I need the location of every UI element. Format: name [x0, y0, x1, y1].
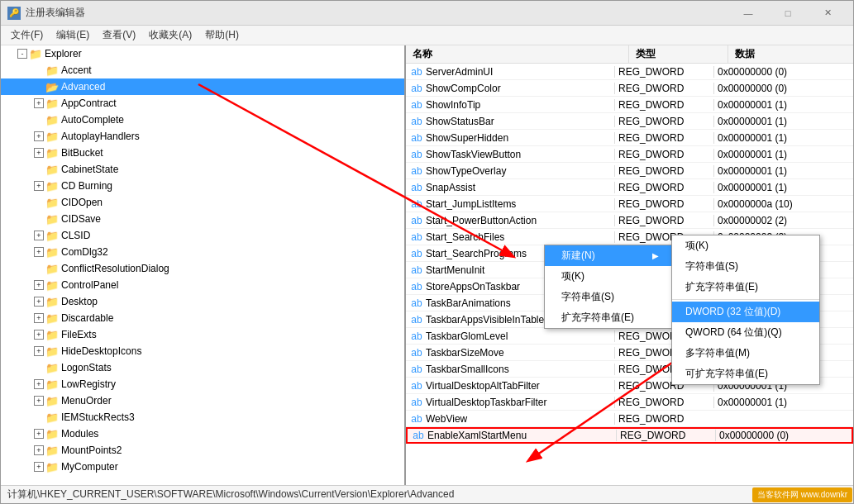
folder-icon-cidopen: 📁 [45, 197, 59, 209]
expand-icon-bitbucket[interactable]: + [34, 148, 44, 158]
tree-item-discardable[interactable]: + 📁 Discardable [1, 310, 404, 326]
folder-icon-conflictresolutiondialog: 📁 [45, 263, 59, 275]
reg-row[interactable]: ab Start_PowerButtonAction REG_DWORD 0x0… [406, 212, 853, 229]
reg-row[interactable]: ab ShowStatusBar REG_DWORD 0x00000001 (1… [406, 113, 853, 130]
tree-item-cidopen[interactable]: 📁 CIDOpen [1, 194, 404, 211]
sub-item-key[interactable]: 项(K) [672, 235, 819, 256]
menu-edit[interactable]: 编辑(E) [50, 26, 96, 44]
tree-label-autocomplete: AutoComplete [61, 114, 124, 126]
tree-item-hidedesktopicons[interactable]: + 📁 HideDesktopIcons [1, 343, 404, 359]
tree-item-conflictresolutiondialog[interactable]: 📁 ConflictResolutionDialog [1, 260, 404, 277]
reg-icon: ab [411, 428, 426, 443]
tree-item-cidsave[interactable]: 📁 CIDSave [1, 211, 404, 227]
tree-item-mycomputer[interactable]: + 📁 MyComputer [1, 459, 404, 475]
reg-row[interactable]: ab ShowInfoTip REG_DWORD 0x00000001 (1) [406, 97, 853, 113]
ctx-item-key[interactable]: 项(K) [545, 266, 675, 287]
tree-item-desktop[interactable]: + 📁 Desktop [1, 293, 404, 310]
tree-label-controlpanel: ControlPanel [61, 279, 118, 291]
sub-item-qword64[interactable]: QWORD (64 位值)(Q) [672, 322, 819, 343]
reg-row[interactable]: ab VirtualDesktopTaskbarFilter REG_DWORD… [406, 394, 853, 411]
expand-icon-discardable[interactable]: + [34, 313, 44, 323]
maximize-button[interactable]: □ [769, 1, 807, 26]
reg-row[interactable]: ab ShowSuperHidden REG_DWORD 0x00000001 … [406, 130, 853, 146]
minimize-button[interactable]: — [729, 1, 767, 26]
reg-icon: ab [409, 395, 424, 410]
tree-item-cdburning[interactable]: + 📁 CD Burning [1, 178, 404, 194]
context-menu[interactable]: 新建(N) ▶ 项(K) 字符串值(S) 扩充字符串值(E) [544, 245, 676, 329]
tree-item-modules[interactable]: + 📁 Modules [1, 426, 404, 442]
reg-icon: ab [409, 345, 424, 360]
tree-item-mountpoints2[interactable]: + 📁 MountPoints2 [1, 442, 404, 459]
ctx-item-new[interactable]: 新建(N) ▶ [545, 245, 675, 266]
tree-item-bitbucket[interactable]: + 📁 BitBucket [1, 145, 404, 161]
sub-menu[interactable]: 项(K) 字符串值(S) 扩充字符串值(E) DWORD (32 位值)(D) … [671, 235, 820, 385]
tree-item-appcontract[interactable]: + 📁 AppContract [1, 95, 404, 112]
menu-file[interactable]: 文件(F) [4, 26, 50, 44]
reg-row[interactable]: ab Start_JumpListItems REG_DWORD 0x00000… [406, 196, 853, 212]
expand-icon-cdburning[interactable]: + [34, 181, 44, 191]
expand-icon-mycomputer[interactable]: + [34, 462, 44, 472]
reg-row[interactable]: ab ShowCompColor REG_DWORD 0x00000000 (0… [406, 80, 853, 97]
tree-item-autocomplete[interactable]: 📁 AutoComplete [1, 112, 404, 128]
expand-icon-explorer[interactable]: - [17, 49, 27, 59]
close-button[interactable]: ✕ [809, 1, 847, 26]
tree-item-clsid[interactable]: + 📁 CLSID [1, 227, 404, 244]
expand-icon-clsid[interactable]: + [34, 231, 44, 240]
reg-row[interactable]: ab WebView REG_DWORD [406, 411, 853, 427]
expand-icon-comdlg32[interactable]: + [34, 247, 44, 257]
expand-icon-mountpoints2[interactable]: + [34, 445, 44, 455]
expand-icon-menuorder[interactable]: + [34, 396, 44, 406]
reg-row-enablexamlstartmenu[interactable]: ab EnableXamlStartMenu REG_DWORD 0x00000… [406, 427, 853, 444]
status-bar: 计算机\HKEY_CURRENT_USER\SOFTWARE\Microsoft… [1, 485, 853, 503]
tree-item-explorer[interactable]: - 📁 Explorer [1, 45, 404, 62]
separator [672, 299, 819, 300]
ctx-item-expandstring[interactable]: 扩充字符串值(E) [545, 307, 675, 328]
tree-item-lowregistry[interactable]: + 📁 LowRegistry [1, 376, 404, 392]
folder-icon-clsid: 📁 [45, 230, 59, 242]
menu-view[interactable]: 查看(V) [96, 26, 142, 44]
sub-item-expandstring[interactable]: 扩充字符串值(E) [672, 277, 819, 297]
sub-item-expandstring2[interactable]: 可扩充字符串值(E) [672, 364, 819, 384]
menu-favorites[interactable]: 收藏夹(A) [142, 26, 198, 44]
folder-icon-bitbucket: 📁 [45, 147, 59, 159]
expand-icon-fileexts[interactable]: + [34, 330, 44, 340]
tree-pane[interactable]: - 📁 Explorer 📁 Accent 📂 Advanced + 📁 App… [1, 45, 406, 485]
tree-item-cabinetstate[interactable]: 📁 CabinetState [1, 161, 404, 178]
reg-row[interactable]: ab ShowTypeOverlay REG_DWORD 0x00000001 … [406, 163, 853, 179]
tree-item-autoplayhandlers[interactable]: + 📁 AutoplayHandlers [1, 128, 404, 145]
menu-help[interactable]: 帮助(H) [198, 26, 246, 44]
expand-icon-autoplayhandlers[interactable]: + [34, 131, 44, 141]
reg-row[interactable]: ab SnapAssist REG_DWORD 0x00000001 (1) [406, 179, 853, 196]
sub-item-string[interactable]: 字符串值(S) [672, 256, 819, 277]
tree-item-menuorder[interactable]: + 📁 MenuOrder [1, 392, 404, 409]
reg-row[interactable]: ab ShowTaskViewButton REG_DWORD 0x000000… [406, 146, 853, 163]
tree-item-comdlg32[interactable]: + 📁 ComDlg32 [1, 244, 404, 260]
folder-icon-mycomputer: 📁 [45, 461, 59, 473]
tree-item-controlpanel[interactable]: + 📁 ControlPanel [1, 277, 404, 293]
window-controls: — □ ✕ [729, 1, 847, 26]
sub-item-dword32[interactable]: DWORD (32 位值)(D) [672, 302, 819, 322]
sub-item-multistring[interactable]: 多字符串值(M) [672, 343, 819, 364]
tree-item-iemstuckrects3[interactable]: 📁 IEMStuckRects3 [1, 409, 404, 426]
tree-item-logonstats[interactable]: 📁 LogonStats [1, 359, 404, 376]
tree-item-accent[interactable]: 📁 Accent [1, 62, 404, 78]
tree-item-advanced[interactable]: 📂 Advanced [1, 78, 404, 95]
expand-icon-lowregistry[interactable]: + [34, 379, 44, 389]
reg-icon: ab [409, 296, 424, 311]
expand-icon-appcontract[interactable]: + [34, 98, 44, 108]
reg-row[interactable]: ab ServerAdminUI REG_DWORD 0x00000000 (0… [406, 64, 853, 80]
folder-icon-logonstats: 📁 [45, 362, 59, 374]
ctx-item-string[interactable]: 字符串值(S) [545, 287, 675, 307]
expand-icon-controlpanel[interactable]: + [34, 280, 44, 290]
tree-label-desktop: Desktop [61, 296, 98, 307]
tree-item-fileexts[interactable]: + 📁 FileExts [1, 326, 404, 343]
expand-icon-hidedesktopicons[interactable]: + [34, 346, 44, 356]
reg-icon: ab [409, 180, 424, 195]
expand-icon-modules[interactable]: + [34, 429, 44, 439]
reg-icon: ab [409, 97, 424, 112]
reg-icon: ab [409, 81, 424, 96]
expand-icon-desktop[interactable]: + [34, 297, 44, 307]
folder-icon-fileexts: 📁 [45, 329, 59, 341]
reg-icon: ab [409, 230, 424, 245]
reg-icon: ab [409, 147, 424, 162]
